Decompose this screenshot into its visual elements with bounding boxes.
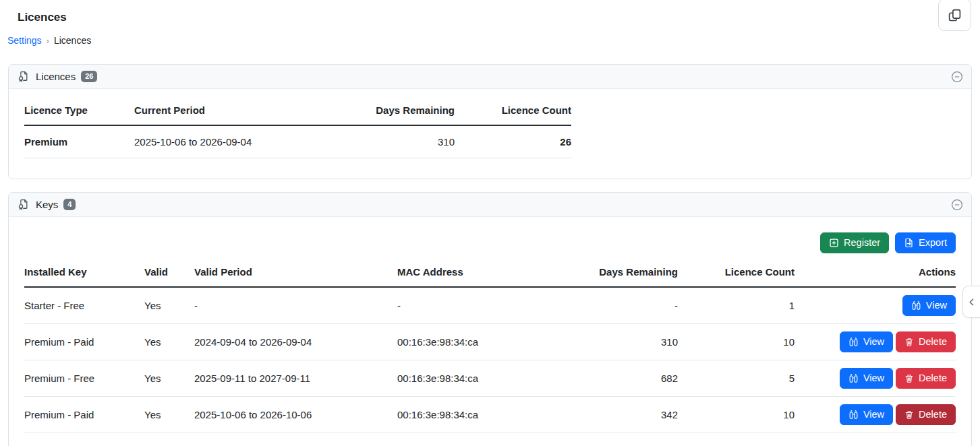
register-button[interactable]: Register [820,232,889,253]
keys-table-header-row: Installed Key Valid Valid Period MAC Add… [24,262,956,287]
days-remaining-cell: 310 [556,324,678,360]
licence-count-cell: 1 [678,287,795,324]
valid-cell: Yes [144,360,194,397]
trash-icon [904,374,914,383]
licences-card: Licences 26 Licence Type Current Period … [8,64,972,179]
licences-count-badge: 26 [81,71,97,82]
licences-collapse-button[interactable] [951,71,963,83]
view-button-label: View [863,337,884,347]
actions-cell: View Delete [795,360,956,397]
valid-period-cell: - [194,287,397,324]
trash-icon [904,338,914,347]
side-panel-toggle[interactable] [962,286,980,318]
keys-card-body: Register Export Installed Key Valid [9,217,971,446]
licence-count-cell: 26 [455,125,571,158]
current-period-cell: 2025-10-06 to 2026-09-04 [134,125,303,158]
export-button[interactable]: Export [895,232,956,253]
breadcrumb-settings-link[interactable]: Settings [7,35,42,46]
minus-circle-icon [951,199,963,211]
col-days-remaining: Days Remaining [556,262,678,287]
licences-table-header-row: Licence Type Current Period Days Remaini… [24,100,571,125]
binoculars-icon [848,410,859,420]
binoculars-icon [848,373,859,383]
table-row: Starter - Free Yes - - - 1 [24,287,956,324]
view-button[interactable]: View [840,331,893,352]
table-row: Premium - Paid Yes 2025-10-06 to 2026-10… [24,397,956,433]
copy-button[interactable] [938,0,971,31]
actions-cell: View [795,287,956,324]
col-actions: Actions [795,262,956,287]
valid-cell: Yes [144,397,194,433]
delete-button[interactable]: Delete [896,331,956,352]
days-remaining-cell: 342 [556,397,678,433]
valid-period-cell: 2025-09-11 to 2027-09-11 [194,360,397,397]
delete-button-label: Delete [919,337,947,347]
licence-file-icon [18,71,29,82]
valid-cell: Yes [144,287,194,324]
licences-card-header: Licences 26 [9,65,971,89]
valid-cell: Yes [144,324,194,360]
table-row: Premium - Free Yes 2025-09-11 to 2027-09… [24,360,956,397]
keys-table: Installed Key Valid Valid Period MAC Add… [24,262,956,433]
mac-address-cell: 00:16:3e:98:34:ca [397,397,556,433]
delete-button[interactable]: Delete [896,404,956,425]
licence-count-cell: 10 [678,397,795,433]
actions-cell: View Delete [795,324,956,360]
keys-collapse-button[interactable] [951,199,963,211]
export-file-icon [904,238,914,248]
licences-card-body: Licence Type Current Period Days Remaini… [9,89,971,179]
key-file-icon [18,199,29,210]
licences-card-title: Licences [36,71,76,82]
register-button-label: Register [844,238,880,248]
keys-toolbar: Register Export [24,232,956,253]
keys-card: Keys 4 Register [8,192,972,446]
keys-count-badge: 4 [63,199,76,210]
mac-address-cell: - [397,287,556,324]
col-current-period: Current Period [134,100,303,125]
chevron-left-icon [967,297,977,307]
licence-count-cell: 5 [678,360,795,397]
delete-button-label: Delete [919,410,947,420]
view-button-label: View [926,300,947,311]
col-valid-period: Valid Period [194,262,397,287]
col-licence-count: Licence Count [455,100,571,125]
licence-type-cell: Premium [24,125,134,158]
view-button-label: View [863,410,884,420]
keys-card-header: Keys 4 [9,193,971,217]
breadcrumb-separator-icon: › [47,36,49,46]
mac-address-cell: 00:16:3e:98:34:ca [397,360,556,397]
mac-address-cell: 00:16:3e:98:34:ca [397,324,556,360]
col-installed-key: Installed Key [24,262,144,287]
breadcrumb: Settings › Licences [7,35,980,46]
copy-icon [948,8,962,22]
days-remaining-cell: 682 [556,360,678,397]
binoculars-icon [911,300,921,311]
licence-count-cell: 10 [678,324,795,360]
installed-key-cell: Starter - Free [24,287,144,324]
valid-period-cell: 2025-10-06 to 2026-10-06 [194,397,397,433]
col-licence-count: Licence Count [678,262,795,287]
table-row: Premium 2025-10-06 to 2026-09-04 310 26 [24,125,571,158]
installed-key-cell: Premium - Free [24,360,144,397]
days-remaining-cell: 310 [303,125,455,158]
installed-key-cell: Premium - Paid [24,324,144,360]
trash-icon [904,410,914,420]
export-button-label: Export [919,238,947,248]
plus-square-icon [829,238,839,248]
breadcrumb-current: Licences [54,35,91,46]
view-button[interactable]: View [902,295,956,316]
days-remaining-cell: - [556,287,678,324]
col-mac-address: MAC Address [397,262,556,287]
view-button[interactable]: View [840,404,893,425]
col-days-remaining: Days Remaining [303,100,455,125]
binoculars-icon [848,337,859,347]
licences-table: Licence Type Current Period Days Remaini… [24,100,571,158]
col-licence-type: Licence Type [24,100,134,125]
minus-circle-icon [951,71,963,83]
delete-button[interactable]: Delete [896,368,956,389]
view-button[interactable]: View [840,368,893,389]
col-valid: Valid [144,262,194,287]
installed-key-cell: Premium - Paid [24,397,144,433]
page-header: Licences Settings › Licences [0,0,980,46]
keys-card-title: Keys [36,199,58,210]
